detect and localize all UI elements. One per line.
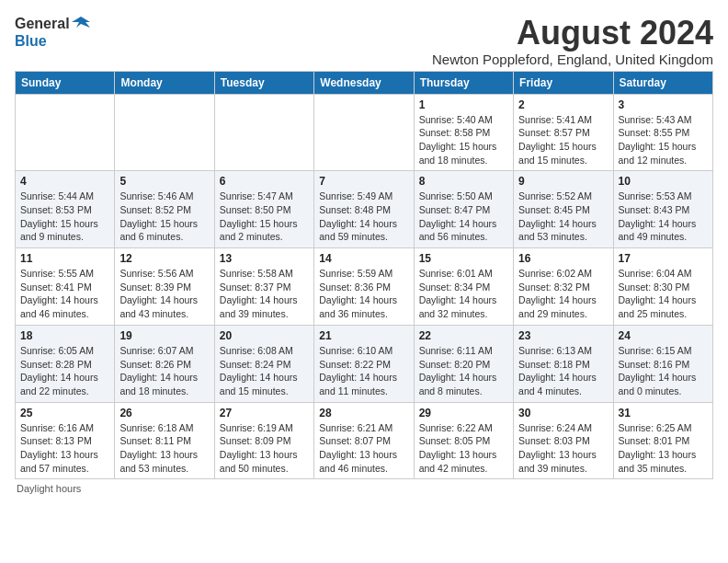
page-container: General Blue August 2024 Newton Popplefo…	[0, 0, 728, 501]
day-number: 9	[518, 175, 608, 188]
header: General Blue August 2024 Newton Popplefo…	[15, 15, 713, 67]
table-row: 11Sunrise: 5:55 AM Sunset: 8:41 PM Dayli…	[16, 248, 115, 326]
table-row: 27Sunrise: 6:19 AM Sunset: 8:09 PM Dayli…	[214, 402, 313, 479]
col-thursday: Thursday	[414, 71, 513, 94]
day-info: Sunrise: 6:22 AM Sunset: 8:05 PM Dayligh…	[419, 421, 508, 476]
day-info: Sunrise: 5:44 AM Sunset: 8:53 PM Dayligh…	[20, 190, 109, 244]
day-info: Sunrise: 6:04 AM Sunset: 8:30 PM Dayligh…	[619, 267, 708, 321]
week-row-4: 25Sunrise: 6:16 AM Sunset: 8:13 PM Dayli…	[16, 402, 713, 479]
day-number: 2	[518, 98, 608, 111]
day-info: Sunrise: 6:19 AM Sunset: 8:09 PM Dayligh…	[220, 421, 309, 476]
day-number: 25	[20, 407, 109, 419]
day-number: 26	[119, 407, 209, 419]
table-row: 30Sunrise: 6:24 AM Sunset: 8:03 PM Dayli…	[514, 402, 613, 479]
day-info: Sunrise: 6:16 AM Sunset: 8:13 PM Dayligh…	[20, 421, 109, 476]
month-title: August 2024	[432, 15, 713, 52]
table-row: 10Sunrise: 5:53 AM Sunset: 8:43 PM Dayli…	[613, 171, 712, 248]
day-number: 31	[619, 407, 708, 419]
logo-bird-icon	[72, 15, 90, 33]
table-row: 14Sunrise: 5:59 AM Sunset: 8:36 PM Dayli…	[314, 248, 414, 326]
table-row: 16Sunrise: 6:02 AM Sunset: 8:32 PM Dayli…	[514, 248, 613, 326]
col-tuesday: Tuesday	[214, 71, 313, 94]
day-info: Sunrise: 5:53 AM Sunset: 8:43 PM Dayligh…	[619, 190, 708, 244]
logo-general: General	[15, 16, 70, 32]
col-friday: Friday	[514, 71, 613, 94]
table-row: 8Sunrise: 5:50 AM Sunset: 8:47 PM Daylig…	[414, 171, 513, 248]
table-row: 3Sunrise: 5:43 AM Sunset: 8:55 PM Daylig…	[613, 94, 712, 171]
week-row-3: 18Sunrise: 6:05 AM Sunset: 8:28 PM Dayli…	[16, 325, 713, 402]
table-row: 1Sunrise: 5:40 AM Sunset: 8:58 PM Daylig…	[414, 94, 513, 171]
day-info: Sunrise: 5:56 AM Sunset: 8:39 PM Dayligh…	[119, 267, 209, 321]
table-row: 31Sunrise: 6:25 AM Sunset: 8:01 PM Dayli…	[613, 402, 712, 479]
table-row: 17Sunrise: 6:04 AM Sunset: 8:30 PM Dayli…	[613, 248, 712, 326]
day-info: Sunrise: 5:59 AM Sunset: 8:36 PM Dayligh…	[319, 267, 408, 321]
footer-note: Daylight hours	[15, 483, 713, 494]
day-info: Sunrise: 6:10 AM Sunset: 8:22 PM Dayligh…	[319, 344, 408, 398]
table-row: 18Sunrise: 6:05 AM Sunset: 8:28 PM Dayli…	[16, 325, 115, 402]
table-row: 29Sunrise: 6:22 AM Sunset: 8:05 PM Dayli…	[414, 402, 513, 479]
day-number: 10	[619, 175, 708, 188]
day-number: 11	[20, 252, 109, 265]
day-info: Sunrise: 6:24 AM Sunset: 8:03 PM Dayligh…	[518, 421, 608, 476]
col-monday: Monday	[115, 71, 214, 94]
table-row: 2Sunrise: 5:41 AM Sunset: 8:57 PM Daylig…	[514, 94, 613, 171]
calendar-header-row: Sunday Monday Tuesday Wednesday Thursday…	[16, 71, 713, 94]
day-info: Sunrise: 5:58 AM Sunset: 8:37 PM Dayligh…	[220, 267, 309, 321]
day-number: 29	[419, 407, 508, 419]
table-row: 7Sunrise: 5:49 AM Sunset: 8:48 PM Daylig…	[314, 171, 414, 248]
table-row	[314, 94, 414, 171]
day-number: 7	[319, 175, 408, 188]
day-info: Sunrise: 6:05 AM Sunset: 8:28 PM Dayligh…	[20, 344, 109, 398]
table-row	[115, 94, 214, 171]
svg-marker-0	[72, 17, 90, 28]
day-number: 30	[518, 407, 608, 419]
day-number: 19	[119, 329, 209, 342]
table-row: 12Sunrise: 5:56 AM Sunset: 8:39 PM Dayli…	[115, 248, 214, 326]
title-block: August 2024 Newton Poppleford, England, …	[432, 15, 713, 67]
day-number: 22	[419, 329, 508, 342]
day-info: Sunrise: 5:46 AM Sunset: 8:52 PM Dayligh…	[119, 190, 209, 244]
table-row: 5Sunrise: 5:46 AM Sunset: 8:52 PM Daylig…	[115, 171, 214, 248]
table-row: 9Sunrise: 5:52 AM Sunset: 8:45 PM Daylig…	[514, 171, 613, 248]
day-number: 20	[220, 329, 309, 342]
col-saturday: Saturday	[613, 71, 712, 94]
day-number: 15	[419, 252, 508, 265]
week-row-2: 11Sunrise: 5:55 AM Sunset: 8:41 PM Dayli…	[16, 248, 713, 326]
table-row: 22Sunrise: 6:11 AM Sunset: 8:20 PM Dayli…	[414, 325, 513, 402]
week-row-1: 4Sunrise: 5:44 AM Sunset: 8:53 PM Daylig…	[16, 171, 713, 248]
table-row: 28Sunrise: 6:21 AM Sunset: 8:07 PM Dayli…	[314, 402, 414, 479]
day-info: Sunrise: 6:15 AM Sunset: 8:16 PM Dayligh…	[619, 344, 708, 398]
day-number: 28	[319, 407, 408, 419]
day-info: Sunrise: 5:49 AM Sunset: 8:48 PM Dayligh…	[319, 190, 408, 244]
location-title: Newton Poppleford, England, United Kingd…	[432, 52, 713, 67]
day-number: 1	[419, 98, 508, 111]
day-info: Sunrise: 6:11 AM Sunset: 8:20 PM Dayligh…	[419, 344, 508, 398]
day-info: Sunrise: 6:25 AM Sunset: 8:01 PM Dayligh…	[619, 421, 708, 476]
day-info: Sunrise: 5:47 AM Sunset: 8:50 PM Dayligh…	[220, 190, 309, 244]
day-info: Sunrise: 6:01 AM Sunset: 8:34 PM Dayligh…	[419, 267, 508, 321]
table-row	[16, 94, 115, 171]
table-row: 24Sunrise: 6:15 AM Sunset: 8:16 PM Dayli…	[613, 325, 712, 402]
day-info: Sunrise: 5:55 AM Sunset: 8:41 PM Dayligh…	[20, 267, 109, 321]
day-number: 27	[220, 407, 309, 419]
day-info: Sunrise: 5:52 AM Sunset: 8:45 PM Dayligh…	[518, 190, 608, 244]
day-number: 24	[619, 329, 708, 342]
table-row: 4Sunrise: 5:44 AM Sunset: 8:53 PM Daylig…	[16, 171, 115, 248]
day-info: Sunrise: 5:43 AM Sunset: 8:55 PM Dayligh…	[619, 113, 708, 167]
day-info: Sunrise: 5:50 AM Sunset: 8:47 PM Dayligh…	[419, 190, 508, 244]
day-info: Sunrise: 6:13 AM Sunset: 8:18 PM Dayligh…	[518, 344, 608, 398]
day-number: 18	[20, 329, 109, 342]
day-info: Sunrise: 6:21 AM Sunset: 8:07 PM Dayligh…	[319, 421, 408, 476]
day-number: 14	[319, 252, 408, 265]
logo-blue: Blue	[15, 33, 47, 50]
day-number: 4	[20, 175, 109, 188]
day-number: 16	[518, 252, 608, 265]
day-number: 6	[220, 175, 309, 188]
table-row: 20Sunrise: 6:08 AM Sunset: 8:24 PM Dayli…	[214, 325, 313, 402]
day-info: Sunrise: 5:40 AM Sunset: 8:58 PM Dayligh…	[419, 113, 508, 167]
day-number: 12	[119, 252, 209, 265]
table-row: 13Sunrise: 5:58 AM Sunset: 8:37 PM Dayli…	[214, 248, 313, 326]
day-number: 23	[518, 329, 608, 342]
table-row: 25Sunrise: 6:16 AM Sunset: 8:13 PM Dayli…	[16, 402, 115, 479]
day-number: 17	[619, 252, 708, 265]
